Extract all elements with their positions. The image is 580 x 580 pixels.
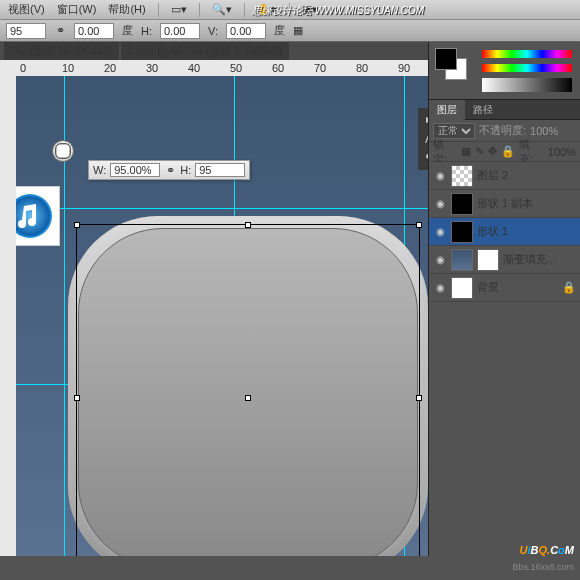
separator: [158, 3, 159, 17]
guide-horizontal[interactable]: [16, 208, 428, 209]
fg-bg-swatches[interactable]: [435, 48, 467, 80]
mask-thumb[interactable]: [52, 140, 74, 162]
lock-pos-icon[interactable]: ✥: [488, 145, 497, 158]
mask-thumb[interactable]: [477, 249, 499, 271]
v-input[interactable]: 0.00: [226, 23, 266, 39]
layer-row-selected[interactable]: 形状 1: [429, 218, 580, 246]
layer-thumb[interactable]: [451, 193, 473, 215]
transform-wh-popup: W: 95.00% ⚭ H: 95: [88, 160, 250, 180]
watermark-logo: UiBQ.CoM: [520, 540, 574, 558]
para-icon[interactable]: ¶: [420, 150, 428, 168]
h-label: H:: [141, 25, 152, 37]
fill-value[interactable]: 100%: [548, 146, 576, 158]
reference-image: [16, 186, 60, 246]
hue-strip[interactable]: [482, 50, 572, 58]
separator: [244, 3, 245, 17]
watermark-text: 思缘设计论坛 WWW.MISSYUAN.COM: [252, 4, 424, 18]
mini-toolstrip: ▸ A ¶: [418, 108, 428, 170]
v-label: V:: [208, 25, 218, 37]
visibility-icon[interactable]: [433, 281, 447, 295]
svg-rect-3: [56, 144, 70, 158]
ruler-tick: 20: [104, 62, 116, 74]
menu-view[interactable]: 视图(V): [4, 0, 49, 19]
w-label: W:: [93, 164, 106, 176]
visibility-icon[interactable]: [433, 169, 447, 183]
layer-name[interactable]: 背景: [477, 280, 499, 295]
grayscale-strip[interactable]: [482, 78, 572, 92]
watermark-url: Bbs.16xx8.com: [512, 562, 574, 572]
layer-row[interactable]: 背景 🔒: [429, 274, 580, 302]
separator: [199, 3, 200, 17]
layer-thumb[interactable]: [451, 249, 473, 271]
tab-layers[interactable]: 图层: [429, 100, 465, 120]
canvas-viewport[interactable]: W: 95.00% ⚭ H: 95: [16, 76, 428, 556]
h-value-input[interactable]: 95: [195, 163, 245, 177]
opacity-value[interactable]: 100%: [530, 125, 558, 137]
transform-handle[interactable]: [245, 222, 251, 228]
rotate-input[interactable]: 0.00: [74, 23, 114, 39]
layer-thumb[interactable]: [451, 165, 473, 187]
lock-icon: 🔒: [562, 281, 576, 294]
ruler-tick: 50: [230, 62, 242, 74]
w-value-input[interactable]: 95.00%: [110, 163, 160, 177]
ruler-tick: 30: [146, 62, 158, 74]
ruler-tick: 90: [398, 62, 410, 74]
layer-row[interactable]: 形状 1 副本: [429, 190, 580, 218]
layer-thumb[interactable]: [451, 277, 473, 299]
ruler-tick: 0: [20, 62, 26, 74]
visibility-icon[interactable]: [433, 253, 447, 267]
ruler-vertical: [0, 76, 16, 556]
lock-trans-icon[interactable]: ▦: [461, 145, 471, 158]
transform-center[interactable]: [245, 395, 251, 401]
lock-row: 锁定: ▦ ✎ ✥ 🔒 填充: 100%: [429, 142, 580, 162]
lock-all-icon[interactable]: 🔒: [501, 145, 515, 158]
ruler-tick: 40: [188, 62, 200, 74]
transform-handle[interactable]: [74, 222, 80, 228]
ruler-tick: 60: [272, 62, 284, 74]
ruler-tick: 70: [314, 62, 326, 74]
link-icon[interactable]: ⚭: [164, 164, 176, 176]
layer-row[interactable]: 渐变填充...: [429, 246, 580, 274]
options-bar: 95 ⚭ 0.00 度 H: 0.00 V: 0.00 度 ▦: [0, 20, 580, 42]
h-input[interactable]: 0.00: [160, 23, 200, 39]
ruler-horizontal: 0 10 20 30 40 50 60 70 80 90: [0, 60, 428, 76]
deg2-label: 度: [274, 23, 285, 38]
layer-thumb[interactable]: [451, 221, 473, 243]
doc-tab-2[interactable]: 1.psd @ 66.7% (形状 1, RGB/8): [121, 42, 289, 61]
panel-tabs: 图层 路径: [429, 100, 580, 120]
hue-strip[interactable]: [482, 64, 572, 72]
menu-help[interactable]: 帮助(H): [104, 0, 149, 19]
layout-icon[interactable]: ▭▾: [167, 1, 191, 18]
visibility-icon[interactable]: [433, 197, 447, 211]
layer-name[interactable]: 形状 1 副本: [477, 196, 533, 211]
visibility-icon[interactable]: [433, 225, 447, 239]
ruler-tick: 80: [356, 62, 368, 74]
menu-window[interactable]: 窗口(W): [53, 0, 101, 19]
color-panel: [429, 42, 580, 100]
transform-handle[interactable]: [416, 395, 422, 401]
transform-handle[interactable]: [416, 222, 422, 228]
tab-paths[interactable]: 路径: [465, 100, 501, 120]
document-tabs: 7% (图层 16, RGB/8) 1.psd @ 66.7% (形状 1, R…: [0, 42, 428, 60]
canvas-area: 7% (图层 16, RGB/8) 1.psd @ 66.7% (形状 1, R…: [0, 42, 428, 556]
h-label: H:: [180, 164, 191, 176]
type-icon[interactable]: A: [420, 130, 428, 148]
lock-paint-icon[interactable]: ✎: [475, 145, 484, 158]
foreground-swatch[interactable]: [435, 48, 457, 70]
layer-name[interactable]: 图层 2: [477, 168, 508, 183]
interp-icon[interactable]: ▦: [293, 24, 303, 37]
transform-bounds[interactable]: [76, 224, 420, 556]
layer-name[interactable]: 形状 1: [477, 224, 508, 239]
tool-icon[interactable]: ▸: [420, 110, 428, 128]
transform-handle[interactable]: [74, 395, 80, 401]
zoom-icon[interactable]: 🔍▾: [208, 1, 236, 18]
layer-row[interactable]: 图层 2: [429, 162, 580, 190]
right-panels: 图层 路径 正常 不透明度: 100% 锁定: ▦ ✎ ✥ 🔒 填充: 100%…: [428, 42, 580, 556]
layer-name[interactable]: 渐变填充...: [503, 252, 556, 267]
link-icon[interactable]: ⚭: [54, 25, 66, 37]
doc-tab-1[interactable]: 7% (图层 16, RGB/8): [4, 42, 119, 61]
main-area: 7% (图层 16, RGB/8) 1.psd @ 66.7% (形状 1, R…: [0, 42, 580, 556]
ruler-tick: 10: [62, 62, 74, 74]
width-input[interactable]: 95: [6, 23, 46, 39]
deg-label: 度: [122, 23, 133, 38]
